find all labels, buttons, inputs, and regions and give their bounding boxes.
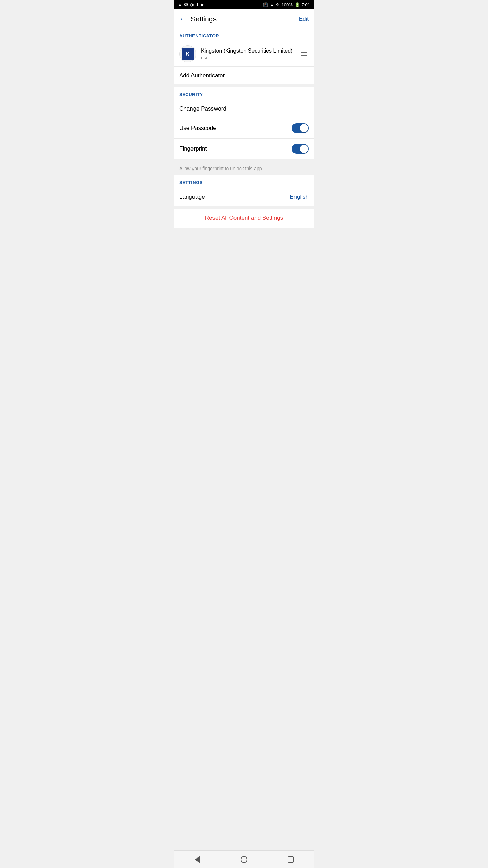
change-password-label: Change Password <box>179 105 226 112</box>
wifi-icon: ▲ <box>270 2 274 7</box>
settings-section-header: SETTINGS <box>174 175 314 188</box>
security-section-header: SECURITY <box>174 87 314 100</box>
recents-nav-button[interactable] <box>267 851 314 868</box>
auth-logo-inner: K <box>182 48 194 60</box>
settings-content: AUTHENTICATOR K Kingston (Kingston Secur… <box>174 28 314 850</box>
use-passcode-thumb <box>300 124 308 132</box>
language-item[interactable]: Language English <box>174 188 314 206</box>
back-button[interactable]: ← <box>179 15 187 23</box>
add-authenticator-button[interactable]: Add Authenticator <box>174 66 314 84</box>
auth-info: Kingston (Kingston Securities Limited) u… <box>201 47 299 61</box>
auth-name: Kingston (Kingston Securities Limited) <box>201 47 299 55</box>
use-passcode-track <box>292 123 309 133</box>
status-bar: ▲ 🖼 ◑ ⬇ ▶ 📳 ▲ ✈ 100% 🔋 7:01 <box>174 0 314 9</box>
edit-button[interactable]: Edit <box>299 16 309 22</box>
reset-button[interactable]: Reset All Content and Settings <box>205 215 283 221</box>
fingerprint-label: Fingerprint <box>179 145 207 152</box>
battery-icon: 🔋 <box>294 2 300 7</box>
recents-nav-icon <box>288 856 294 863</box>
fingerprint-item[interactable]: Fingerprint <box>174 138 314 159</box>
auth-menu-icon[interactable] <box>299 51 309 57</box>
fingerprint-thumb <box>300 145 308 153</box>
home-nav-button[interactable] <box>221 851 267 868</box>
home-nav-icon <box>241 856 247 863</box>
change-password-item[interactable]: Change Password <box>174 100 314 118</box>
data-icon: ◑ <box>190 2 194 7</box>
auth-role: user <box>201 55 299 60</box>
reset-section: Reset All Content and Settings <box>174 209 314 228</box>
nav-bar <box>174 850 314 868</box>
fingerprint-track <box>292 144 309 154</box>
language-value: English <box>290 194 309 200</box>
fingerprint-hint: Allow your fingerprint to unlock this ap… <box>174 162 314 175</box>
download-icon: ⬇ <box>196 2 199 7</box>
clock: 7:01 <box>302 2 310 7</box>
language-label: Language <box>179 194 205 200</box>
drive-icon: ▲ <box>178 2 182 7</box>
back-nav-button[interactable] <box>174 851 221 868</box>
photo-icon: 🖼 <box>184 2 188 7</box>
battery-text: 100% <box>281 2 292 7</box>
security-section: SECURITY Change Password Use Passcode Fi… <box>174 87 314 159</box>
use-passcode-item[interactable]: Use Passcode <box>174 118 314 138</box>
page-title: Settings <box>191 15 299 23</box>
use-passcode-toggle[interactable] <box>292 123 309 133</box>
back-nav-icon <box>195 856 200 863</box>
authenticator-section: AUTHENTICATOR K Kingston (Kingston Secur… <box>174 28 314 84</box>
auth-logo: K <box>179 45 196 62</box>
use-passcode-label: Use Passcode <box>179 125 217 132</box>
status-bar-right: 📳 ▲ ✈ 100% 🔋 7:01 <box>263 2 310 7</box>
fingerprint-toggle[interactable] <box>292 144 309 154</box>
authenticator-section-header: AUTHENTICATOR <box>174 28 314 41</box>
airplane-icon: ✈ <box>276 2 280 7</box>
back-icon: ← <box>179 15 187 23</box>
authenticator-item[interactable]: K Kingston (Kingston Securities Limited)… <box>174 41 314 66</box>
vibrate-icon: 📳 <box>263 2 268 7</box>
status-bar-left: ▲ 🖼 ◑ ⬇ ▶ <box>178 2 204 7</box>
settings-section: SETTINGS Language English <box>174 175 314 206</box>
play-icon: ▶ <box>201 2 204 7</box>
bottom-space <box>174 230 314 271</box>
header: ← Settings Edit <box>174 9 314 28</box>
